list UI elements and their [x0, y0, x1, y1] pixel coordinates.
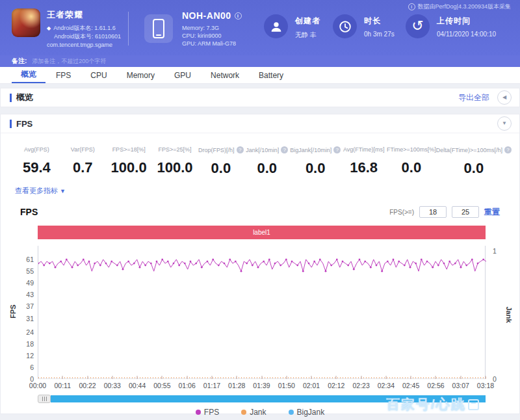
data-source-text: 数据由PerfDog|4.3.200934版本采集 — [418, 3, 511, 11]
watermark-text: 百家号/心跳 — [386, 395, 466, 413]
game-package: com.tencent.tmgp.sgame — [47, 42, 121, 48]
chart-plot-area — [38, 246, 486, 379]
android-version-name: Android版本名: 1.61.1.6 — [53, 25, 116, 31]
scrollbar-handle[interactable] — [38, 395, 51, 403]
fps-section: FPS ▼ Avg(FPS) 59.4 Var(FPS) 0.7 FPS>=18… — [0, 114, 520, 414]
tab-overview[interactable]: 概览 — [12, 67, 46, 83]
android-version-code: Android版本号: 61010601 — [54, 33, 121, 40]
game-version-lines: ◆Android版本名: 1.61.1.6 Android版本号: 610106… — [47, 24, 121, 40]
stat-delta-ftime: Delta(FTime)>=100ms[/h]? 0.0 — [436, 146, 512, 177]
help-icon[interactable]: ? — [281, 146, 288, 153]
view-more-metrics-link[interactable]: 查看更多指标 ▼ — [15, 186, 66, 196]
chevron-down-icon: ▼ — [60, 188, 66, 194]
fps-chart-title: FPS — [20, 207, 38, 217]
tab-cpu[interactable]: CPU — [81, 67, 116, 83]
fps-stats-row: Avg(FPS) 59.4 Var(FPS) 0.7 FPS>=18[%] 10… — [1, 133, 519, 177]
overview-title: 概览 — [10, 92, 33, 103]
phone-icon — [153, 19, 164, 38]
android-icon: ◆ — [47, 25, 51, 31]
upload-time-label: 上传时间 — [437, 16, 496, 27]
note-label: 备注: — [12, 57, 27, 66]
stat-fps-ge25: FPS>=25[%] 100.0 — [152, 146, 198, 177]
tab-gpu[interactable]: GPU — [165, 67, 200, 83]
game-info: 王者荣耀 ◆Android版本名: 1.61.1.6 Android版本号: 6… — [47, 9, 121, 48]
fps-section-title: FPS — [10, 119, 32, 129]
device-icon-box — [144, 14, 173, 43]
threshold-input-2[interactable] — [452, 206, 479, 218]
data-source-note: i 数据由PerfDog|4.3.200934版本采集 — [408, 3, 511, 11]
perfdog-report-page: i 数据由PerfDog|4.3.200934版本采集 王者荣耀 ◆Androi… — [0, 0, 520, 420]
stat-fps-ge18: FPS>=18[%] 100.0 — [106, 146, 152, 177]
help-icon[interactable]: ? — [333, 146, 341, 153]
info-icon: i — [408, 3, 415, 10]
stat-var-fps: Var(FPS) 0.7 — [60, 146, 106, 177]
watermark-badge-icon — [468, 399, 479, 410]
legend-item-jank[interactable]: Jank — [241, 408, 266, 417]
stat-drop-fps: Drop(FPS)[/h]? 0.0 — [198, 146, 244, 177]
stat-bigjank: BigJank[/10min]? 0.0 — [290, 146, 341, 177]
threshold-label: FPS(>=) — [389, 209, 414, 216]
upload-time-block: ↺ 上传时间 04/11/2020 14:00:10 — [406, 14, 496, 38]
note-placeholder: 添加备注，不超过200个字符 — [32, 57, 106, 66]
tab-battery[interactable]: Battery — [250, 67, 292, 83]
watermark: 百家号/心跳 — [386, 395, 479, 413]
duration-value: 0h 3m 27s — [364, 31, 395, 38]
duration-block: 时长 0h 3m 27s — [333, 14, 395, 38]
legend-item-bigjank[interactable]: BigJank — [289, 408, 325, 417]
reset-link[interactable]: 重置 — [484, 207, 500, 218]
report-header: i 数据由PerfDog|4.3.200934版本采集 王者荣耀 ◆Androi… — [0, 0, 520, 55]
legend-item-fps[interactable]: FPS — [196, 408, 219, 417]
fps-threshold-controls: FPS(>=) 重置 — [389, 206, 500, 218]
left-axis-ticks: 06121824313743495561 — [10, 246, 36, 379]
device-memory: Memory: 7.3G — [182, 24, 242, 32]
history-icon: ↺ — [406, 14, 430, 38]
duration-label: 时长 — [364, 16, 395, 27]
help-icon[interactable]: ? — [504, 146, 512, 153]
tab-fps[interactable]: FPS — [47, 67, 80, 83]
tab-memory[interactable]: Memory — [118, 67, 164, 83]
stat-jank: Jank[/10min]? 0.0 — [244, 146, 290, 177]
chart-label-band: label1 — [38, 226, 486, 239]
fps-line-chart — [38, 246, 486, 379]
stat-avg-fps: Avg(FPS) 59.4 — [14, 146, 60, 177]
user-icon — [264, 14, 288, 38]
overview-section: 概览 导出全部 ◀ — [0, 88, 520, 107]
stat-ftime-ge100: FTime>=100ms[%] 0.0 — [387, 146, 436, 177]
x-axis-ticks: 00:0000:1100:2200:3300:4400:5501:0601:17… — [38, 379, 486, 391]
game-app-icon — [12, 8, 40, 37]
collapse-down-button[interactable]: ▼ — [497, 116, 512, 131]
creator-block: 创建者 无静 丰 — [264, 14, 320, 40]
collapse-left-button[interactable]: ◀ — [497, 90, 512, 105]
tab-network[interactable]: Network — [202, 67, 248, 83]
right-axis-title: Jank — [504, 306, 512, 322]
clock-icon — [333, 14, 357, 38]
main-tabs: 概览 FPS CPU Memory GPU Network Battery — [0, 67, 520, 84]
device-info-icon[interactable]: i — [235, 12, 242, 20]
stat-avg-ftime: Avg(FTime)[ms] 16.8 — [341, 146, 387, 177]
creator-label: 创建者 — [295, 16, 320, 27]
header-divider — [128, 12, 129, 46]
label-band-text: label1 — [253, 229, 270, 236]
note-bar[interactable]: 备注: 添加备注，不超过200个字符 — [0, 55, 520, 67]
upload-time-value: 04/11/2020 14:00:10 — [437, 31, 496, 38]
creator-value: 无静 丰 — [295, 31, 320, 40]
fps-chart: FPS 06121824313743495561 01 Jank 00:0000… — [10, 246, 512, 391]
export-all-link[interactable]: 导出全部 — [458, 92, 489, 103]
threshold-input-1[interactable] — [419, 206, 447, 218]
device-name: NOH-AN00 — [182, 10, 231, 21]
device-cpu: CPU: kirin9000 — [182, 32, 242, 40]
help-icon[interactable]: ? — [237, 146, 244, 153]
device-gpu: GPU: ARM Mali-G78 — [182, 40, 242, 47]
device-info: NOH-AN00 i Memory: 7.3G CPU: kirin9000 G… — [182, 10, 242, 47]
game-name: 王者荣耀 — [47, 9, 121, 21]
